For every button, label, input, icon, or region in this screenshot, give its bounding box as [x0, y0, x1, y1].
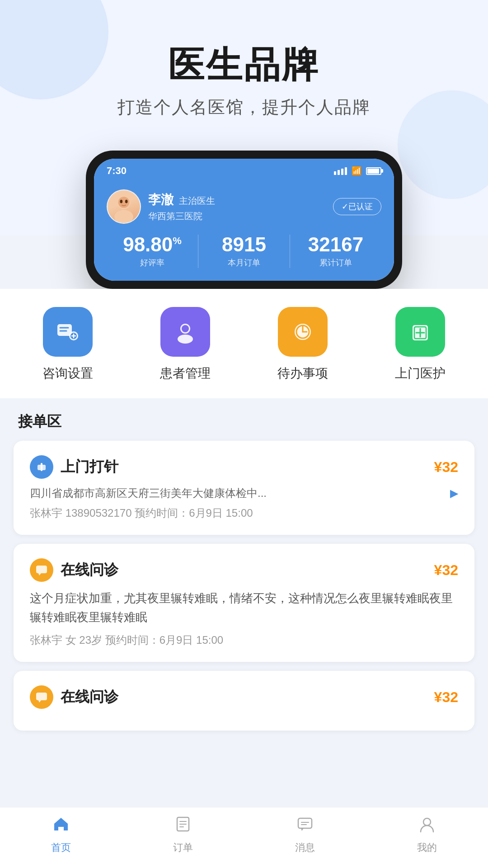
svg-point-4 [125, 200, 128, 203]
order-header-3: 在线问诊 ¥32 [30, 685, 458, 709]
order-type-row-2: 在线问诊 [30, 558, 118, 582]
chat-icon [35, 563, 48, 577]
order-address-text-1: 四川省成都市高新区天府三街美年大健康体检中... [30, 486, 446, 500]
nav-messages[interactable]: 消息 [244, 815, 366, 854]
order-type-row-1: 上门打针 [30, 455, 118, 479]
injection-icon [35, 460, 48, 474]
svg-rect-29 [59, 827, 63, 830]
nav-orders-label: 订单 [173, 841, 193, 854]
stat-monthly: 8915 本月订单 [198, 235, 290, 268]
svg-marker-28 [38, 700, 41, 703]
nav-orders[interactable]: 订单 [122, 815, 244, 854]
stat-rating: 98.80% 好评率 [107, 235, 198, 268]
bottom-space [0, 740, 488, 794]
consultation-icon [55, 319, 81, 345]
stat-rating-value: 98.80% [107, 235, 198, 255]
order-icon-2 [30, 558, 53, 582]
order-title-1: 上门打针 [61, 457, 118, 477]
nav-messages-label: 消息 [295, 841, 315, 854]
phone-screen: 7:30 📶 [94, 159, 394, 281]
nav-home[interactable]: 首页 [0, 815, 122, 854]
profile-name-row: 李澈 主治医生 [148, 191, 215, 208]
bottom-nav: 首页 订单 消息 [0, 807, 488, 868]
order-card-3[interactable]: 在线问诊 ¥32 [14, 671, 474, 731]
verified-badge: ✓已认证 [333, 198, 381, 215]
order-address-1: 四川省成都市高新区天府三街美年大健康体检中... ▶ [30, 486, 458, 500]
order-icon-1 [30, 455, 53, 479]
status-bar: 7:30 📶 [94, 159, 394, 180]
nav-profile-label: 我的 [417, 841, 437, 854]
profile-left: 李澈 主治医生 华西第三医院 [107, 189, 215, 224]
action-consultation[interactable]: 咨询设置 [42, 307, 93, 382]
hero-subtitle: 打造个人名医馆，提升个人品牌 [0, 96, 488, 119]
order-title-2: 在线问诊 [61, 560, 118, 580]
order-price-3: ¥32 [434, 689, 458, 706]
action-homecare[interactable]: 上门医护 [395, 307, 446, 382]
stat-rating-label: 好评率 [107, 257, 198, 268]
profile-name: 李澈 [148, 193, 174, 207]
svg-rect-27 [36, 693, 47, 700]
order-header-1: 上门打针 ¥32 [30, 455, 458, 479]
order-price-1: ¥32 [434, 459, 458, 476]
svg-point-14 [178, 335, 193, 344]
stat-monthly-value: 8915 [198, 235, 290, 255]
svg-point-2 [118, 197, 130, 208]
verified-text: ✓已认证 [342, 201, 373, 212]
order-meta-1: 张林宇 13890532170 预约时间：6月9日 15:00 [30, 506, 458, 520]
chat-icon-3 [35, 690, 48, 704]
svg-point-38 [423, 818, 431, 826]
action-icon-patient [160, 307, 210, 357]
order-header-2: 在线问诊 ¥32 [30, 558, 458, 582]
action-icon-consultation [43, 307, 93, 357]
order-title-3: 在线问诊 [61, 687, 118, 707]
profile-hospital: 华西第三医院 [148, 210, 215, 222]
svg-rect-24 [41, 463, 42, 471]
location-icon-1: ▶ [450, 487, 458, 500]
hero-section: 医生品牌 打造个人名医馆，提升个人品牌 [0, 0, 488, 132]
svg-rect-25 [36, 566, 47, 573]
status-icons: 📶 [334, 166, 381, 176]
action-tasks[interactable]: 待办事项 [277, 307, 328, 382]
action-label-consultation: 咨询设置 [42, 365, 93, 382]
battery-icon [366, 167, 381, 175]
nav-home-label: 首页 [51, 841, 71, 854]
order-meta-2: 张林宇 女 23岁 预约时间：6月9日 15:00 [30, 633, 458, 647]
stat-total-value: 32167 [290, 235, 381, 255]
action-label-homecare: 上门医护 [395, 365, 446, 382]
order-price-2: ¥32 [434, 562, 458, 579]
signal-icon [334, 167, 347, 175]
action-label-tasks: 待办事项 [277, 365, 328, 382]
order-desc-2: 这个月症状加重，尤其夜里辗转难眠，情绪不安，这种情况怎么夜里辗转难眠夜里辗转难眠… [30, 589, 458, 627]
phone-frame: 7:30 📶 [86, 151, 402, 289]
patient-icon [172, 319, 198, 345]
svg-marker-26 [38, 573, 41, 576]
order-card-1[interactable]: 上门打针 ¥32 四川省成都市高新区天府三街美年大健康体检中... ▶ 张林宇 … [14, 441, 474, 535]
svg-marker-35 [301, 828, 304, 831]
action-patient[interactable]: 患者管理 [160, 307, 211, 382]
phone-mockup-wrapper: 7:30 📶 [0, 151, 488, 289]
profile-info: 李澈 主治医生 华西第三医院 [148, 191, 215, 222]
wifi-icon: 📶 [352, 166, 361, 176]
action-label-patient: 患者管理 [160, 365, 211, 382]
order-icon-3 [30, 685, 53, 709]
stats-row: 98.80% 好评率 8915 本月订单 32167 累计订单 [107, 235, 381, 268]
profile-row: 李澈 主治医生 华西第三医院 ✓已认证 [107, 189, 381, 224]
profile-section: 李澈 主治医生 华西第三医院 ✓已认证 98.80% [94, 180, 394, 281]
tasks-icon [290, 319, 316, 345]
homecare-icon [407, 319, 433, 345]
avatar-image [108, 190, 140, 223]
svg-rect-34 [298, 818, 312, 828]
nav-orders-icon [174, 815, 192, 838]
clock: 7:30 [107, 165, 127, 177]
stat-total-label: 累计订单 [290, 257, 381, 268]
hero-title: 医生品牌 [0, 45, 488, 85]
stat-monthly-label: 本月订单 [198, 257, 290, 268]
svg-point-3 [120, 200, 122, 203]
order-card-2[interactable]: 在线问诊 ¥32 这个月症状加重，尤其夜里辗转难眠，情绪不安，这种情况怎么夜里辗… [14, 544, 474, 662]
main-content: 咨询设置 患者管理 待办事项 [0, 289, 488, 794]
nav-profile[interactable]: 我的 [366, 815, 488, 854]
nav-messages-icon [296, 815, 314, 838]
order-type-row-3: 在线问诊 [30, 685, 118, 709]
action-icon-homecare [395, 307, 445, 357]
nav-home-icon [52, 815, 70, 838]
